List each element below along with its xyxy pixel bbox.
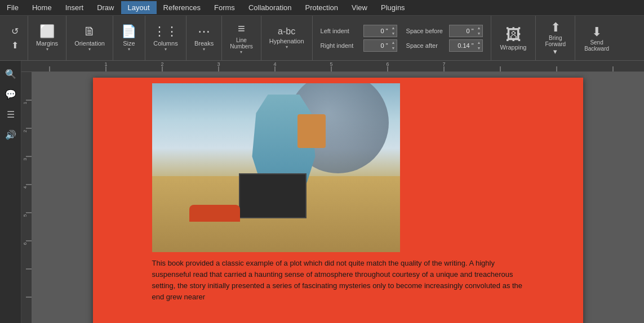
wrapping-icon: 🖼 xyxy=(505,25,521,44)
send-backward-label: SendBackward xyxy=(584,39,609,52)
undo-button[interactable]: ↺ xyxy=(8,24,22,38)
breaks-label: Breaks xyxy=(194,40,214,47)
menu-item-protection[interactable]: Protection xyxy=(298,1,345,14)
size-icon: 📄 xyxy=(121,24,136,39)
wrapping-label: Wrapping xyxy=(500,44,527,51)
hyphenation-arrow-icon: ▾ xyxy=(286,44,288,50)
orientation-label: Orientation xyxy=(74,40,105,47)
send-backward-button[interactable]: ⬇ SendBackward xyxy=(579,19,615,58)
search-sidebar-icon[interactable]: 🔍 xyxy=(2,65,19,82)
orientation-button[interactable]: 🗎 Orientation ▾ xyxy=(70,19,109,58)
bring-forward-arrow-icon: ▾ xyxy=(553,47,557,56)
wrapping-button[interactable]: 🖼 Wrapping xyxy=(495,19,532,58)
svg-rect-19 xyxy=(21,72,32,323)
ruler-svg: 1 2 3 4 5 6 7 xyxy=(21,61,644,72)
page-paragraph: This book provided a classic example of … xyxy=(152,258,524,303)
svg-text:7: 7 xyxy=(442,61,445,67)
line-numbers-group: ≡ LineNumbers ▾ xyxy=(222,16,261,60)
breaks-icon: ⋯ xyxy=(198,24,210,39)
page-text-content: This book provided a classic example of … xyxy=(152,258,524,303)
page-image[interactable] xyxy=(152,83,400,252)
space-after-down-arrow[interactable]: ▼ xyxy=(477,46,481,51)
svg-text:5: 5 xyxy=(330,61,332,67)
bring-forward-icon: ⬆ xyxy=(550,20,561,35)
space-after-up-arrow[interactable]: ▲ xyxy=(477,40,481,46)
space-after-input[interactable]: 0.14 " ▲ ▼ xyxy=(449,39,483,52)
v-ruler-svg: 1 2 3 4 5 6 xyxy=(21,72,32,323)
menu-bar: File Home Insert Draw Layout References … xyxy=(0,0,644,16)
send-backward-icon: ⬇ xyxy=(592,25,602,39)
menu-item-file[interactable]: File xyxy=(0,1,25,14)
svg-text:6: 6 xyxy=(23,242,28,245)
orientation-arrow-icon: ▾ xyxy=(88,47,91,52)
size-arrow-icon: ▾ xyxy=(128,47,130,52)
collage-bag xyxy=(297,114,326,148)
menu-item-collaboration[interactable]: Collaboration xyxy=(242,1,299,14)
right-indent-value: 0 " xyxy=(364,42,390,49)
columns-group: ⋮⋮ Columns ▾ xyxy=(145,16,186,60)
margins-icon: ⬜ xyxy=(39,24,55,39)
breaks-arrow-icon: ▾ xyxy=(203,47,205,52)
breaks-group: ⋯ Breaks ▾ xyxy=(186,16,222,60)
right-indent-label: Right indent xyxy=(321,42,361,49)
columns-icon: ⋮⋮ xyxy=(153,24,178,39)
paste-button[interactable]: ⬆ xyxy=(8,38,22,52)
space-before-up-arrow[interactable]: ▲ xyxy=(477,25,481,31)
size-group: 📄 Size ▾ xyxy=(113,16,145,60)
size-button[interactable]: 📄 Size ▾ xyxy=(117,19,141,58)
svg-text:6: 6 xyxy=(386,61,389,67)
navigation-sidebar-icon[interactable]: ☰ xyxy=(2,106,19,123)
margins-arrow-icon: ▾ xyxy=(46,47,48,52)
bring-forward-button[interactable]: ⬆ BringForward ▾ xyxy=(539,19,571,58)
left-indent-down-arrow[interactable]: ▼ xyxy=(392,31,396,37)
menu-item-view[interactable]: View xyxy=(345,1,374,14)
space-before-down-arrow[interactable]: ▼ xyxy=(477,31,481,37)
menu-item-plugins[interactable]: Plugins xyxy=(374,1,412,14)
space-before-label: Space before xyxy=(406,28,447,34)
space-after-label: Space after xyxy=(406,42,447,49)
left-indent-input[interactable]: 0 " ▲ ▼ xyxy=(363,25,397,37)
left-sidebar: 🔍 💬 ☰ 🔊 xyxy=(0,61,21,323)
toolbar: ↺ ⬆ ⬜ Margins ▾ 🗎 Orientation ▾ 📄 Size ▾ xyxy=(0,16,644,61)
vertical-ruler: 1 2 3 4 5 6 xyxy=(21,72,32,323)
left-indent-up-arrow[interactable]: ▲ xyxy=(392,25,396,31)
send-backward-group: ⬇ SendBackward xyxy=(575,16,618,60)
columns-button[interactable]: ⋮⋮ Columns ▾ xyxy=(149,19,183,58)
media-sidebar-icon[interactable]: 🔊 xyxy=(2,126,19,143)
menu-item-draw[interactable]: Draw xyxy=(90,1,121,14)
space-before-value: 0 " xyxy=(450,28,476,34)
space-after-value: 0.14 " xyxy=(450,42,476,49)
menu-item-insert[interactable]: Insert xyxy=(59,1,91,14)
line-numbers-button[interactable]: ≡ LineNumbers ▾ xyxy=(225,19,257,58)
svg-text:3: 3 xyxy=(217,61,220,67)
line-numbers-icon: ≡ xyxy=(238,21,245,36)
hyphenation-group: a-bc Hyphenation ▾ xyxy=(261,16,313,60)
right-indent-down-arrow[interactable]: ▼ xyxy=(392,46,396,51)
line-numbers-arrow-icon: ▾ xyxy=(240,50,242,55)
svg-text:2: 2 xyxy=(23,129,28,132)
hyphenation-button[interactable]: a-bc Hyphenation ▾ xyxy=(265,19,309,58)
left-indent-label: Left indent xyxy=(321,28,361,34)
horizontal-ruler: 1 2 3 4 5 6 7 xyxy=(21,61,644,72)
document-area: This book provided a classic example of … xyxy=(32,72,644,323)
undo-icon: ↺ xyxy=(11,26,19,37)
menu-item-forms[interactable]: Forms xyxy=(207,1,242,14)
orientation-group: 🗎 Orientation ▾ xyxy=(66,16,113,60)
svg-text:4: 4 xyxy=(23,186,28,189)
menu-item-layout[interactable]: Layout xyxy=(121,1,157,14)
right-indent-up-arrow[interactable]: ▲ xyxy=(392,40,396,46)
columns-arrow-icon: ▾ xyxy=(165,47,167,52)
left-indent-value: 0 " xyxy=(364,28,390,34)
margins-group: ⬜ Margins ▾ xyxy=(28,16,66,60)
margins-button[interactable]: ⬜ Margins ▾ xyxy=(32,19,63,58)
menu-item-references[interactable]: References xyxy=(157,1,207,14)
hyphenation-label: Hyphenation xyxy=(269,38,304,44)
menu-item-home[interactable]: Home xyxy=(25,1,59,14)
breaks-button[interactable]: ⋯ Breaks ▾ xyxy=(190,19,218,58)
size-label: Size xyxy=(123,40,135,47)
bring-forward-group: ⬆ BringForward ▾ xyxy=(536,16,575,60)
svg-text:4: 4 xyxy=(273,61,276,67)
comments-sidebar-icon[interactable]: 💬 xyxy=(2,86,19,102)
right-indent-input[interactable]: 0 " ▲ ▼ xyxy=(363,39,397,52)
space-before-input[interactable]: 0 " ▲ ▼ xyxy=(449,25,483,37)
